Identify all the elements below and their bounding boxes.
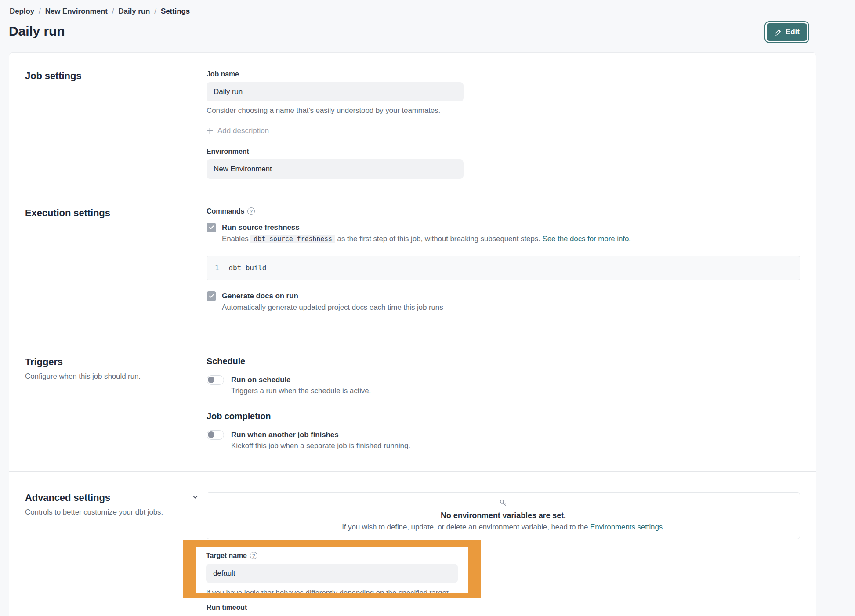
breadcrumb-separator: / <box>112 7 114 16</box>
environments-settings-link[interactable]: Environments settings. <box>590 523 665 531</box>
run-on-schedule-desc: Triggers a run when the schedule is acti… <box>231 387 800 395</box>
schedule-heading: Schedule <box>207 356 800 366</box>
commands-label-row: Commands ? <box>207 207 800 215</box>
desc-text: Enables <box>222 235 249 243</box>
execution-settings-heading: Execution settings <box>25 207 207 219</box>
env-vars-text: If you wish to define, update, or delete… <box>342 523 588 531</box>
target-name-helper: If you have logic that behaves different… <box>206 588 458 593</box>
checkmark-icon <box>209 225 214 230</box>
code-chip: dbt source freshness <box>250 235 335 243</box>
breadcrumb: Deploy / New Environment / Daily run / S… <box>0 0 855 16</box>
triggers-heading: Triggers <box>25 356 207 368</box>
generate-docs-label: Generate docs on run <box>222 291 298 301</box>
add-description-button[interactable]: Add description <box>207 127 269 135</box>
section-triggers: Triggers Configure when this job should … <box>9 335 816 471</box>
page-header: Daily run Edit <box>0 16 855 41</box>
edit-button-label: Edit <box>786 28 800 36</box>
job-completion-heading: Job completion <box>207 411 800 421</box>
advanced-settings-subtitle: Controls to better customize your dbt jo… <box>25 508 207 517</box>
help-icon[interactable]: ? <box>250 552 257 559</box>
job-name-field: Job name Daily run Consider choosing a n… <box>207 70 800 116</box>
breadcrumb-separator: / <box>39 7 41 16</box>
run-when-job-finishes-row: Run when another job finishes <box>207 430 800 440</box>
target-name-input[interactable]: default <box>206 564 458 583</box>
job-name-helper: Consider choosing a name that's easily u… <box>207 106 800 116</box>
breadcrumb-separator: / <box>154 7 156 16</box>
annotation-highlight: Target name ? default If you have logic … <box>183 540 481 598</box>
generate-docs-desc: Automatically generate updated project d… <box>222 303 800 312</box>
environment-input[interactable]: New Environment <box>207 159 464 179</box>
pencil-icon <box>774 29 782 36</box>
generate-docs-row: Generate docs on run <box>207 291 800 301</box>
key-icon <box>498 498 508 510</box>
run-on-schedule-label: Run on schedule <box>231 376 290 384</box>
breadcrumb-environment[interactable]: New Environment <box>45 7 108 16</box>
env-vars-title: No environment variables are set. <box>216 511 791 520</box>
run-when-job-finishes-toggle[interactable] <box>207 430 224 440</box>
editor-line-number: 1 <box>215 264 219 272</box>
settings-card: Job settings Job name Daily run Consider… <box>9 52 816 616</box>
editor-code: dbt build <box>229 264 267 272</box>
environment-field: Environment New Environment <box>207 148 800 179</box>
breadcrumb-settings[interactable]: Settings <box>161 7 190 16</box>
job-name-label: Job name <box>207 70 800 78</box>
environment-variables-box: No environment variables are set. If you… <box>207 492 800 539</box>
page-title: Daily run <box>9 24 65 39</box>
desc-text: as the first step of this job, without b… <box>337 235 540 243</box>
breadcrumb-deploy[interactable]: Deploy <box>10 7 34 16</box>
job-settings-heading: Job settings <box>25 70 207 82</box>
plus-icon <box>207 127 213 134</box>
edit-button[interactable]: Edit <box>767 23 807 41</box>
generate-docs-checkbox[interactable] <box>207 291 216 301</box>
section-execution-settings: Execution settings Commands ? Run source… <box>9 188 816 335</box>
target-name-field: Target name ? default If you have logic … <box>196 547 468 593</box>
toggle-knob <box>208 431 214 438</box>
job-name-input[interactable]: Daily run <box>207 82 464 101</box>
target-name-label: Target name <box>206 552 247 560</box>
breadcrumb-job[interactable]: Daily run <box>118 7 150 16</box>
run-source-freshness-checkbox[interactable] <box>207 223 216 232</box>
env-vars-desc: If you wish to define, update, or delete… <box>216 523 791 532</box>
environment-label: Environment <box>207 148 800 156</box>
toggle-knob <box>208 377 214 383</box>
commands-editor[interactable]: 1 dbt build <box>207 256 800 280</box>
run-when-job-finishes-label: Run when another job finishes <box>231 431 339 439</box>
help-icon[interactable]: ? <box>247 207 255 215</box>
docs-link[interactable]: See the docs for more info. <box>542 235 630 243</box>
run-source-freshness-row: Run source freshness <box>207 222 800 232</box>
run-source-freshness-desc: Enables dbt source freshness as the firs… <box>222 235 800 243</box>
run-on-schedule-row: Run on schedule <box>207 375 800 385</box>
run-when-job-finishes-desc: Kickoff this job when a separate job is … <box>231 442 800 450</box>
advanced-settings-heading: Advanced settings <box>25 492 207 504</box>
checkmark-icon <box>209 293 214 299</box>
target-name-label-row: Target name ? <box>206 552 458 560</box>
commands-label: Commands <box>207 207 244 215</box>
run-on-schedule-toggle[interactable] <box>207 375 224 385</box>
run-source-freshness-label: Run source freshness <box>222 222 300 232</box>
run-timeout-label: Run timeout <box>207 604 800 612</box>
triggers-subtitle: Configure when this job should run. <box>25 372 207 381</box>
job-settings-heading-col: Job settings <box>25 70 207 179</box>
run-timeout-field: Run timeout Never Maximum number of seco… <box>207 604 800 616</box>
section-job-settings: Job settings Job name Daily run Consider… <box>9 53 816 188</box>
chevron-down-icon[interactable] <box>192 494 199 502</box>
section-advanced-settings: Advanced settings Controls to better cus… <box>9 472 816 616</box>
add-description-label: Add description <box>217 127 269 135</box>
